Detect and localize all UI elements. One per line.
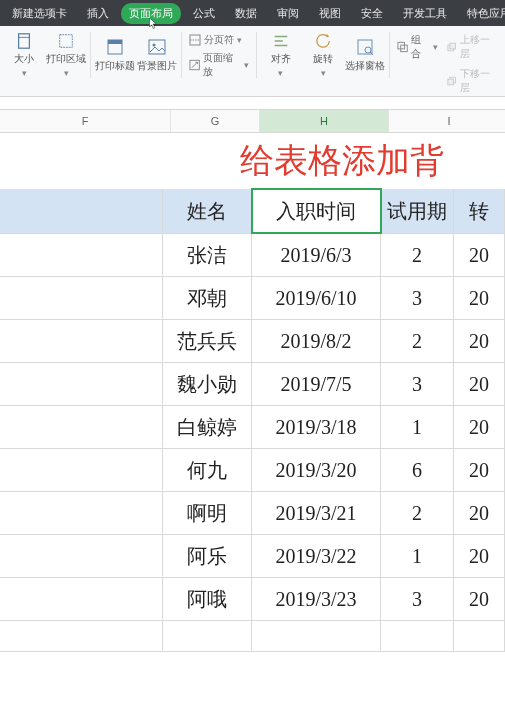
col-header-H[interactable]: H [260,110,389,132]
table-row[interactable]: 阿乐2019/3/22120 [0,535,505,578]
table-row[interactable]: 张洁2019/6/3220 [0,234,505,277]
print-area-button[interactable]: 打印区域▾ [46,32,86,78]
page-break-icon [189,34,201,46]
table-row[interactable]: 魏小勋2019/7/5320 [0,363,505,406]
cell-name[interactable]: 魏小勋 [163,363,252,405]
cell-date[interactable]: 2019/7/5 [252,363,381,405]
col-header-G[interactable]: G [171,110,260,132]
align-label: 对齐 [271,52,291,66]
cell-conv[interactable]: 20 [454,320,505,362]
cell-conv[interactable]: 20 [454,234,505,276]
col-header-F[interactable]: F [0,110,171,132]
cell-name[interactable]: 张洁 [163,234,252,276]
menu-tab-6[interactable]: 视图 [311,3,349,24]
cell-conv[interactable]: 20 [454,363,505,405]
group-label: 组合 [411,33,430,61]
column-headers: FGHI [0,109,505,133]
cell-date[interactable]: 2019/3/18 [252,406,381,448]
table-row[interactable]: 阿哦2019/3/23320 [0,578,505,621]
order-group: 上移一层 下移一层 [443,32,501,96]
cell-trial[interactable]: 6 [381,449,454,491]
menu-tab-9[interactable]: 特色应用 [459,3,505,24]
page-scale-button[interactable]: 页面缩放▾ [186,50,252,80]
cell-conv[interactable]: 20 [454,449,505,491]
cell-date[interactable]: 2019/3/22 [252,535,381,577]
header-name[interactable]: 姓名 [163,189,252,233]
page-break-button[interactable]: 分页符▾ [186,32,252,48]
menu-tab-8[interactable]: 开发工具 [395,3,455,24]
menu-bar: 新建选项卡插入页面布局公式数据审阅视图安全开发工具特色应用 [0,0,505,26]
cell-date[interactable]: 2019/3/23 [252,578,381,620]
spreadsheet[interactable]: FGHI 给表格添加背 姓名 入职时间 试用期 转 张洁2019/6/3220邓… [0,109,505,652]
col-header-I[interactable]: I [389,110,505,132]
cell-date[interactable]: 2019/3/21 [252,492,381,534]
rotate-icon [313,32,333,50]
menu-tab-0[interactable]: 新建选项卡 [4,3,75,24]
cell-date[interactable]: 2019/8/2 [252,320,381,362]
cell-trial[interactable]: 3 [381,277,454,319]
cell-conv[interactable]: 20 [454,277,505,319]
sheet-title: 给表格添加背 [0,133,505,189]
empty-row[interactable] [0,621,505,652]
svg-rect-1 [60,35,73,48]
cell-trial[interactable]: 2 [381,492,454,534]
arrange-group: 组合▾ [394,32,441,62]
cell-name[interactable]: 阿乐 [163,535,252,577]
menu-tab-7[interactable]: 安全 [353,3,391,24]
menu-tab-2[interactable]: 页面布局 [121,3,181,24]
cell-trial[interactable]: 3 [381,363,454,405]
select-pane-button[interactable]: 选择窗格 [345,32,385,78]
print-title-icon [105,37,125,57]
header-trial[interactable]: 试用期 [381,189,454,233]
cell-name[interactable]: 邓朝 [163,277,252,319]
table-row[interactable]: 邓朝2019/6/10320 [0,277,505,320]
table-row[interactable]: 啊明2019/3/21220 [0,492,505,535]
cell-conv[interactable]: 20 [454,406,505,448]
page-group: 分页符▾ 页面缩放▾ [186,32,252,80]
page-break-label: 分页符 [204,33,234,47]
table-row[interactable]: 范兵兵2019/8/2220 [0,320,505,363]
cell-name[interactable]: 范兵兵 [163,320,252,362]
svg-rect-4 [149,40,165,54]
cell-conv[interactable]: 20 [454,492,505,534]
move-down-button[interactable]: 下移一层 [443,66,501,96]
cell-date[interactable]: 2019/6/3 [252,234,381,276]
cell-name[interactable]: 白鲸婷 [163,406,252,448]
size-label: 大小 [14,52,34,66]
cell-conv[interactable]: 20 [454,578,505,620]
cell-trial[interactable]: 3 [381,578,454,620]
cell-name[interactable]: 何九 [163,449,252,491]
cell-date[interactable]: 2019/3/20 [252,449,381,491]
header-conv[interactable]: 转 [454,189,505,233]
move-up-icon [446,41,457,53]
cell-trial[interactable]: 2 [381,234,454,276]
cell-conv[interactable]: 20 [454,535,505,577]
move-up-button[interactable]: 上移一层 [443,32,501,62]
header-date[interactable]: 入职时间 [252,189,381,233]
cell-trial[interactable]: 1 [381,535,454,577]
table-row[interactable]: 白鲸婷2019/3/18120 [0,406,505,449]
menu-tab-1[interactable]: 插入 [79,3,117,24]
menu-tab-4[interactable]: 数据 [227,3,265,24]
cell-name[interactable]: 阿哦 [163,578,252,620]
print-title-button[interactable]: 打印标题 [95,32,135,78]
page-scale-icon [189,59,200,71]
page-size-icon [14,32,34,50]
align-button[interactable]: 对齐▾ [261,32,301,78]
cell-date[interactable]: 2019/6/10 [252,277,381,319]
move-down-label: 下移一层 [460,67,498,95]
svg-rect-15 [448,79,454,85]
print-area-label: 打印区域 [46,52,86,66]
cell-trial[interactable]: 2 [381,320,454,362]
menu-tab-5[interactable]: 审阅 [269,3,307,24]
menu-tab-3[interactable]: 公式 [185,3,223,24]
cell-trial[interactable]: 1 [381,406,454,448]
group-button[interactable]: 组合▾ [394,32,441,62]
move-down-icon [446,75,457,87]
svg-rect-0 [19,34,30,48]
table-row[interactable]: 何九2019/3/20620 [0,449,505,492]
bg-image-button[interactable]: 背景图片 [137,32,177,78]
rotate-button[interactable]: 旋转▾ [303,32,343,78]
size-button[interactable]: 大小▾ [4,32,44,78]
cell-name[interactable]: 啊明 [163,492,252,534]
